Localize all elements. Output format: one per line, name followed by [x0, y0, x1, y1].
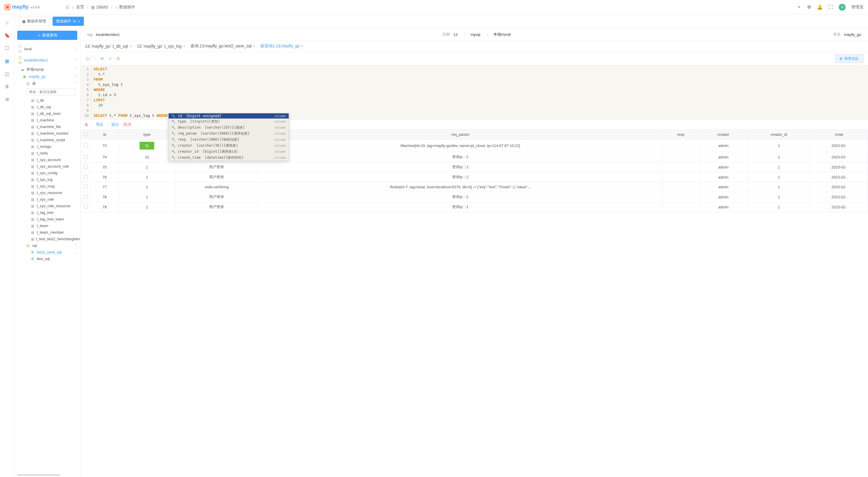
tree-item[interactable]: 🗎test2_save_sql⌄ [14, 249, 80, 255]
close-icon[interactable]: × [129, 44, 131, 48]
column-header[interactable]: type [119, 130, 175, 139]
autocomplete-item[interactable]: 🔧req_param [varchar(1000)][请求信息]column [168, 131, 289, 137]
history-icon[interactable]: 🗎 [115, 55, 122, 62]
autocomplete-item[interactable]: 🔧type [tinyint][类型]column [168, 118, 289, 125]
autocomplete-item[interactable]: 🔧create_time [datetime][操作时间]column [168, 155, 289, 161]
autocomplete-item[interactable]: 🔧resp [varchar(1000)][响应信息]column [168, 137, 289, 143]
tree-item[interactable]: ▦t_test_test2_henchanghen [14, 236, 80, 242]
tree-item[interactable]: ▦t_machine_file [14, 124, 80, 130]
autocomplete-item[interactable]: 🔧description [varchar(255)][描述]column [168, 125, 289, 131]
format-icon[interactable]: ✓ [107, 55, 114, 62]
autocomplete-item[interactable]: 🔧id [bigint unsigned]column [168, 113, 289, 118]
table-row[interactable]: 75 1 用户登录 登录ip: ::1 admin 1 2023-02- [81, 162, 868, 172]
tree-item[interactable]: ▦t_machine_script [14, 137, 80, 143]
column-header[interactable]: resp [662, 130, 699, 139]
row-checkbox[interactable] [81, 162, 91, 172]
breadcrumb-home[interactable]: ⌂首页 [72, 5, 84, 10]
tree-item[interactable]: ▦t_sys_msg [14, 183, 80, 190]
tree-item[interactable]: ▦t_sys_resource [14, 190, 80, 196]
tab-db-manage[interactable]: ▦数据库管理 [19, 16, 50, 26]
table-row[interactable]: 79 1 用户登录 登录ip: ::1 admin 1 2023-02- [81, 202, 868, 212]
submit-link[interactable]: 提交 [112, 122, 119, 127]
row-checkbox[interactable] [81, 192, 91, 202]
row-checkbox[interactable] [81, 172, 91, 182]
plus-icon[interactable]: ＋ [797, 4, 801, 10]
breadcrumb-dataops[interactable]: ○数据操作 [115, 5, 135, 10]
tree-item[interactable]: ▦t_sys_account [14, 157, 80, 163]
sql-editor[interactable]: 12345678910 SELECT t.*FROM t_sys_log tWH… [81, 65, 868, 120]
editor-tab[interactable]: 13:`mayfly_go`.t_db_sql× [85, 44, 131, 48]
row-checkbox[interactable] [81, 182, 91, 192]
new-query-button[interactable]: ＋新建查询 [17, 31, 77, 40]
menu-collapse-icon[interactable]: ☰ [65, 5, 69, 9]
tree-item[interactable]: 🗎sql⌃ [14, 242, 80, 249]
autocomplete-item[interactable]: 🔧creator [varchar(36)][调用者]column [168, 143, 289, 149]
rail-doc-icon[interactable]: 🗎 [5, 84, 9, 89]
rail-monitor-icon[interactable]: 🖵 [5, 46, 9, 51]
tree-item[interactable]: ▦t_machine [14, 117, 80, 124]
column-header[interactable]: req_param [258, 130, 662, 139]
close-icon[interactable]: × [253, 44, 255, 48]
table-row[interactable]: 77 1 redis-setString Redis[id=7, tag=loc… [81, 182, 868, 192]
tree-item[interactable]: ▦t_machine_monitor [14, 130, 80, 137]
row-checkbox[interactable] [81, 152, 91, 162]
tree-item[interactable]: ▦t_sys_log [14, 176, 80, 183]
table-filter-input[interactable] [26, 89, 75, 95]
autocomplete-popup[interactable]: 🔧id [bigint unsigned]column🔧type [tinyin… [168, 113, 289, 161]
tree-item[interactable]: ▦t_team [14, 223, 80, 229]
export-link[interactable]: 导出 [96, 122, 103, 127]
close-icon[interactable]: × [78, 19, 80, 24]
tree-item[interactable]: ▤表⌃ [14, 80, 80, 87]
settings-icon[interactable]: ⚙ [807, 4, 811, 10]
fullscreen-icon[interactable]: ⛶ [828, 5, 833, 10]
tree-item[interactable]: ▦t_db [14, 97, 80, 104]
rail-apps-icon[interactable]: ◫ [5, 71, 9, 77]
tree-item[interactable]: ◉mayfly_go⌃ [14, 73, 80, 80]
tree-item[interactable]: ▦t_tag_tree [14, 209, 80, 216]
editor-tab[interactable]: 13:`mayfly_go`.t_sys_log× [137, 44, 185, 48]
rail-home-icon[interactable]: ⌂ [6, 20, 9, 25]
editor-tab[interactable]: 新查询1:13:mayfly_go× [260, 44, 304, 49]
column-header[interactable]: creator_id [748, 130, 810, 139]
run-icon[interactable]: ▷ [85, 55, 92, 62]
avatar[interactable]: A [839, 4, 846, 11]
rail-db-icon[interactable]: ▦ [5, 58, 9, 64]
tree-item[interactable]: ▦t_db_sql_exec [14, 110, 80, 117]
close-icon[interactable]: × [302, 44, 304, 48]
tree-item[interactable]: ▦t_sys_config [14, 170, 80, 176]
tree-item[interactable]: ▦t_mongo [14, 143, 80, 150]
column-header[interactable]: creator [699, 130, 748, 139]
app-logo[interactable]: mayfly v1.4.0 [5, 4, 40, 10]
tree-item[interactable]: ▦t_redis [14, 150, 80, 157]
tree-item[interactable]: ⓘ 🗀local⌄ [14, 43, 80, 55]
table-row[interactable]: 78 1 用户登录 登录ip: ::1 admin 1 2023-02- [81, 192, 868, 202]
tree-item[interactable]: ▦t_tag_tree_team [14, 216, 80, 223]
tab-data-ops[interactable]: 数据操作↻× [53, 16, 84, 26]
tree-item[interactable]: 🗎test_sql [14, 255, 80, 262]
row-checkbox[interactable] [81, 202, 91, 212]
tree-item[interactable]: ⓘ 🗁local/dev/dev1⌃ [14, 55, 80, 66]
tree-item[interactable]: ☁本地mysql⌃ [14, 66, 80, 73]
rail-gear-icon[interactable]: ⚙ [5, 97, 9, 102]
cancel-link[interactable]: 取消 [124, 122, 131, 127]
table-row[interactable]: 76 1 用户登录 登录ip: ::1 admin 1 2023-02- [81, 172, 868, 182]
results-table-wrap[interactable]: idtypedescriptionreq_paramrespcreatorcre… [81, 130, 868, 477]
delete-icon[interactable]: 🗑 [85, 123, 88, 127]
sidebar-scrollbar[interactable] [17, 474, 60, 476]
row-checkbox[interactable] [81, 139, 91, 152]
tree-item[interactable]: ▦t_team_member [14, 229, 80, 236]
select-all-checkbox[interactable] [81, 130, 91, 139]
column-header[interactable]: creat [810, 130, 868, 139]
tree-item[interactable]: ▦t_sys_account_role [14, 163, 80, 170]
breadcrumb-dbms[interactable]: ▦DBMS [91, 5, 108, 9]
tree-item[interactable]: ▦t_db_sql [14, 104, 80, 110]
editor-tab[interactable]: 查询:13:mayfly_go.test2_save_sql× [190, 44, 255, 49]
column-header[interactable]: id [91, 130, 119, 139]
close-icon[interactable]: × [183, 44, 185, 48]
tree-item[interactable]: ▦t_sys_role [14, 196, 80, 203]
tree-item[interactable]: ▦t_sys_role_resource [14, 203, 80, 209]
save-sql-button[interactable]: 🗎保存SQL [835, 54, 863, 63]
bell-icon[interactable]: 🔔 [817, 4, 823, 10]
rail-bookmark-icon[interactable]: 🔖 [4, 33, 10, 38]
user-name[interactable]: 管理员 [851, 5, 863, 10]
